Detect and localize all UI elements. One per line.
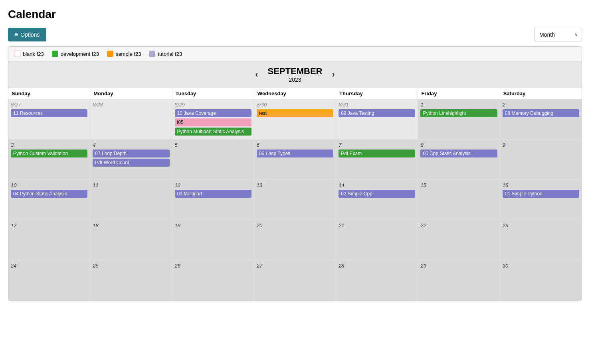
day-cell[interactable]: 8/3109 Java Testing — [336, 99, 418, 139]
day-number: 17 — [11, 222, 87, 228]
day-cell[interactable]: 8/2910 Java Coveragel05Python Multipart … — [172, 99, 254, 139]
day-header-sunday: Sunday — [8, 88, 90, 99]
day-cell[interactable]: 18 — [90, 220, 172, 260]
day-cell[interactable]: 8/2711 Resources — [8, 99, 90, 139]
day-cell[interactable]: 805 Cpp Static Analysis — [418, 140, 499, 179]
toolbar: Options Month Week Day — [8, 28, 582, 41]
day-number: 8 — [420, 142, 497, 148]
day-cell[interactable]: 11 — [90, 180, 172, 220]
day-number: 6 — [257, 142, 333, 148]
calendar-event[interactable]: 01 Simple Python — [503, 190, 579, 198]
day-cell[interactable]: 1601 Simple Python — [500, 180, 582, 220]
calendar-event[interactable]: 10 Java Coverage — [175, 109, 251, 117]
day-cell[interactable]: 21 — [336, 220, 418, 260]
legend-dot-sample — [107, 51, 113, 57]
day-number: 7 — [339, 142, 415, 148]
day-cell[interactable]: 15 — [418, 180, 499, 220]
calendar-event[interactable]: 11 Resources — [11, 109, 87, 117]
month-name: SEPTEMBER — [268, 66, 323, 77]
day-number: 20 — [257, 222, 333, 228]
calendar-event[interactable]: Python Linehighlight — [420, 109, 497, 117]
calendar-event[interactable]: 03 Multipart — [175, 190, 251, 198]
calendar-container: blank f23development f23sample f23tutori… — [8, 46, 582, 301]
day-cell[interactable]: 22 — [418, 220, 499, 260]
day-cell[interactable]: 9 — [500, 140, 582, 179]
prev-month-button[interactable]: ‹ — [255, 69, 258, 80]
day-number: 14 — [339, 182, 415, 188]
day-cell[interactable]: 27 — [254, 260, 336, 300]
day-number: 1 — [420, 102, 497, 108]
legend-item-development[interactable]: development f23 — [52, 51, 99, 57]
day-cell[interactable]: 7Pdf Exam — [336, 140, 418, 179]
day-cell[interactable]: 29 — [418, 260, 499, 300]
day-cell[interactable]: 5 — [172, 140, 254, 179]
day-cell[interactable]: 20 — [254, 220, 336, 260]
day-number: 26 — [175, 263, 251, 269]
calendar-event[interactable]: Python Custom Validation — [11, 150, 87, 157]
day-cell[interactable]: 1Python Linehighlight — [418, 99, 499, 139]
day-number: 9 — [503, 142, 579, 148]
day-cell[interactable]: 8/30test — [254, 99, 336, 139]
day-cell[interactable]: 1203 Multipart — [172, 180, 254, 220]
day-cell[interactable]: 1004 Python Static Analysis — [8, 180, 90, 220]
legend-label-sample: sample f23 — [116, 51, 141, 57]
next-month-button[interactable]: › — [332, 69, 335, 80]
day-number: 28 — [339, 263, 415, 269]
legend-item-sample[interactable]: sample f23 — [107, 51, 141, 57]
day-number: 8/30 — [257, 102, 333, 108]
calendar-event[interactable]: Pdf Exam — [339, 150, 415, 157]
day-number: 3 — [11, 142, 87, 148]
day-cell[interactable]: 407 Loop DepthPdf Word Count — [90, 140, 172, 179]
day-cell[interactable]: 19 — [172, 220, 254, 260]
calendar-event[interactable]: 05 Cpp Static Analysis — [420, 150, 497, 157]
calendar-event[interactable]: l05 — [175, 118, 251, 126]
calendar-event[interactable]: Python Multipart Static Analysis — [175, 128, 251, 136]
calendar-event[interactable]: 08 Memory Debugging — [503, 109, 579, 117]
day-header-monday: Monday — [90, 88, 172, 99]
day-header-thursday: Thursday — [336, 88, 418, 99]
day-cell[interactable]: 28 — [336, 260, 418, 300]
day-cell[interactable]: 208 Memory Debugging — [500, 99, 582, 139]
day-number: 8/29 — [175, 102, 251, 108]
calendar-event[interactable]: 09 Java Testing — [339, 109, 415, 117]
day-cell[interactable]: 25 — [90, 260, 172, 300]
options-button[interactable]: Options — [8, 28, 46, 41]
day-number: 24 — [11, 263, 87, 269]
day-number: 27 — [257, 263, 333, 269]
day-cell[interactable]: 606 Loop Types — [254, 140, 336, 179]
legend-label-development: development f23 — [61, 51, 99, 57]
calendar-grid: SundayMondayTuesdayWednesdayThursdayFrid… — [8, 88, 582, 300]
day-cell[interactable]: 26 — [172, 260, 254, 300]
day-number: 5 — [175, 142, 251, 148]
day-header-wednesday: Wednesday — [254, 88, 336, 99]
legend-item-blank[interactable]: blank f23 — [14, 51, 44, 57]
legend-dot-development — [52, 51, 58, 57]
month-select-wrapper: Month Week Day — [534, 28, 582, 41]
calendar-event[interactable]: 06 Loop Types — [257, 150, 333, 157]
calendar-event[interactable]: 07 Loop Depth — [93, 150, 169, 157]
day-cell[interactable]: 23 — [500, 220, 582, 260]
calendar-event[interactable]: 04 Python Static Analysis — [11, 190, 87, 198]
day-cell[interactable]: 1402 Simple Cpp — [336, 180, 418, 220]
day-cell[interactable]: 30 — [500, 260, 582, 300]
day-cell[interactable]: 13 — [254, 180, 336, 220]
calendar-event[interactable]: 02 Simple Cpp — [339, 190, 415, 198]
legend-item-tutorial[interactable]: tutorial f23 — [149, 51, 182, 57]
day-number: 22 — [420, 222, 497, 228]
day-number: 10 — [11, 182, 87, 188]
legend-dot-blank — [14, 51, 20, 57]
month-select[interactable]: Month Week Day — [534, 28, 582, 41]
day-cell[interactable]: 24 — [8, 260, 90, 300]
calendar-event[interactable]: test — [257, 109, 333, 117]
day-number: 19 — [175, 222, 251, 228]
calendar-event[interactable]: Pdf Word Count — [93, 159, 169, 167]
calendar-nav: ‹ SEPTEMBER 2023 › — [8, 61, 582, 88]
day-cell[interactable]: 8/28 — [90, 99, 172, 139]
day-cell[interactable]: 3Python Custom Validation — [8, 140, 90, 179]
day-cell[interactable]: 17 — [8, 220, 90, 260]
day-number: 23 — [503, 222, 579, 228]
day-number: 30 — [503, 263, 579, 269]
day-header-saturday: Saturday — [500, 88, 582, 99]
year: 2023 — [268, 77, 323, 83]
legend-label-tutorial: tutorial f23 — [158, 51, 182, 57]
